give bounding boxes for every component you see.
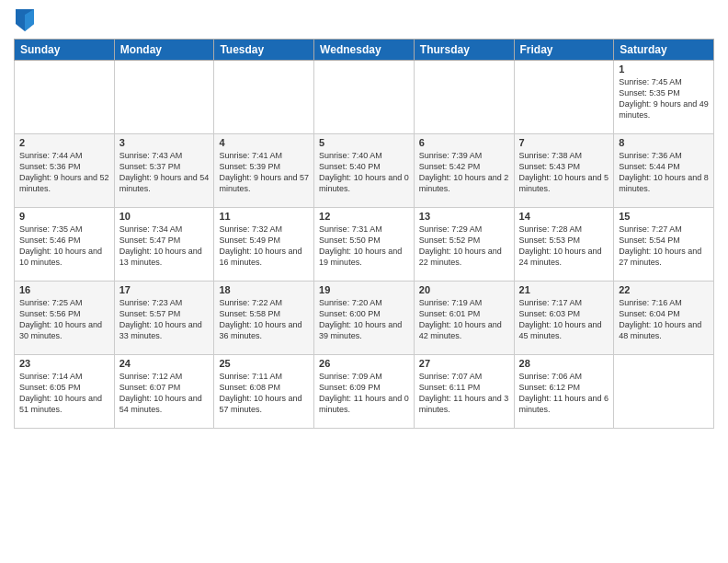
day-cell-14: 14Sunrise: 7:28 AM Sunset: 5:53 PM Dayli…	[514, 208, 614, 282]
day-info: Sunrise: 7:19 AM Sunset: 6:01 PM Dayligh…	[419, 297, 509, 342]
day-info: Sunrise: 7:45 AM Sunset: 5:35 PM Dayligh…	[619, 76, 709, 121]
day-number: 19	[319, 284, 409, 295]
day-info: Sunrise: 7:38 AM Sunset: 5:43 PM Dayligh…	[519, 150, 609, 195]
day-number: 25	[219, 358, 309, 369]
day-info: Sunrise: 7:27 AM Sunset: 5:54 PM Dayligh…	[619, 224, 709, 269]
calendar: SundayMondayTuesdayWednesdayThursdayFrid…	[14, 39, 714, 429]
day-cell-24: 24Sunrise: 7:12 AM Sunset: 6:07 PM Dayli…	[114, 355, 214, 429]
weekday-header-row: SundayMondayTuesdayWednesdayThursdayFrid…	[15, 40, 714, 61]
day-info: Sunrise: 7:35 AM Sunset: 5:46 PM Dayligh…	[19, 224, 109, 269]
day-cell-1: 1Sunrise: 7:45 AM Sunset: 5:35 PM Daylig…	[614, 61, 714, 134]
day-info: Sunrise: 7:40 AM Sunset: 5:40 PM Dayligh…	[319, 150, 409, 195]
day-number: 3	[119, 137, 210, 148]
day-info: Sunrise: 7:16 AM Sunset: 6:04 PM Dayligh…	[619, 297, 709, 342]
week-row-2: 2Sunrise: 7:44 AM Sunset: 5:36 PM Daylig…	[15, 134, 714, 208]
logo-icon	[16, 9, 34, 31]
day-number: 15	[619, 211, 709, 222]
day-number: 5	[319, 137, 409, 148]
week-row-4: 16Sunrise: 7:25 AM Sunset: 5:56 PM Dayli…	[15, 282, 714, 355]
day-number: 28	[519, 358, 609, 369]
day-cell-23: 23Sunrise: 7:14 AM Sunset: 6:05 PM Dayli…	[15, 355, 115, 429]
day-info: Sunrise: 7:17 AM Sunset: 6:03 PM Dayligh…	[519, 297, 609, 342]
day-info: Sunrise: 7:12 AM Sunset: 6:07 PM Dayligh…	[119, 371, 210, 416]
day-number: 20	[419, 284, 509, 295]
day-cell-7: 7Sunrise: 7:38 AM Sunset: 5:43 PM Daylig…	[514, 134, 614, 208]
day-info: Sunrise: 7:09 AM Sunset: 6:09 PM Dayligh…	[319, 371, 409, 416]
day-number: 17	[119, 284, 210, 295]
weekday-header-sunday: Sunday	[15, 40, 115, 61]
day-cell-20: 20Sunrise: 7:19 AM Sunset: 6:01 PM Dayli…	[414, 282, 514, 355]
day-cell-3: 3Sunrise: 7:43 AM Sunset: 5:37 PM Daylig…	[114, 134, 214, 208]
day-info: Sunrise: 7:31 AM Sunset: 5:50 PM Dayligh…	[319, 224, 409, 269]
day-number: 6	[419, 137, 509, 148]
day-info: Sunrise: 7:11 AM Sunset: 6:08 PM Dayligh…	[219, 371, 309, 416]
day-info: Sunrise: 7:06 AM Sunset: 6:12 PM Dayligh…	[519, 371, 609, 416]
weekday-header-saturday: Saturday	[614, 40, 714, 61]
day-number: 12	[319, 211, 409, 222]
day-number: 13	[419, 211, 509, 222]
day-info: Sunrise: 7:20 AM Sunset: 6:00 PM Dayligh…	[319, 297, 409, 342]
empty-cell	[15, 61, 115, 134]
day-info: Sunrise: 7:43 AM Sunset: 5:37 PM Dayligh…	[119, 150, 210, 195]
day-info: Sunrise: 7:39 AM Sunset: 5:42 PM Dayligh…	[419, 150, 509, 195]
weekday-header-monday: Monday	[114, 40, 214, 61]
day-cell-8: 8Sunrise: 7:36 AM Sunset: 5:44 PM Daylig…	[614, 134, 714, 208]
day-cell-9: 9Sunrise: 7:35 AM Sunset: 5:46 PM Daylig…	[15, 208, 115, 282]
day-info: Sunrise: 7:34 AM Sunset: 5:47 PM Dayligh…	[119, 224, 210, 269]
day-number: 2	[19, 137, 109, 148]
day-number: 1	[619, 63, 709, 75]
day-cell-16: 16Sunrise: 7:25 AM Sunset: 5:56 PM Dayli…	[15, 282, 115, 355]
day-cell-2: 2Sunrise: 7:44 AM Sunset: 5:36 PM Daylig…	[15, 134, 115, 208]
day-number: 10	[119, 211, 210, 222]
day-number: 11	[219, 211, 309, 222]
page: SundayMondayTuesdayWednesdayThursdayFrid…	[0, 0, 728, 563]
day-number: 27	[419, 358, 509, 369]
day-cell-6: 6Sunrise: 7:39 AM Sunset: 5:42 PM Daylig…	[414, 134, 514, 208]
logo	[14, 9, 34, 31]
day-info: Sunrise: 7:41 AM Sunset: 5:39 PM Dayligh…	[219, 150, 309, 195]
day-cell-11: 11Sunrise: 7:32 AM Sunset: 5:49 PM Dayli…	[214, 208, 314, 282]
week-row-1: 1Sunrise: 7:45 AM Sunset: 5:35 PM Daylig…	[15, 61, 714, 134]
weekday-header-wednesday: Wednesday	[314, 40, 415, 61]
day-number: 23	[19, 358, 109, 369]
day-cell-10: 10Sunrise: 7:34 AM Sunset: 5:47 PM Dayli…	[114, 208, 214, 282]
day-info: Sunrise: 7:32 AM Sunset: 5:49 PM Dayligh…	[219, 224, 309, 269]
day-cell-15: 15Sunrise: 7:27 AM Sunset: 5:54 PM Dayli…	[614, 208, 714, 282]
day-cell-13: 13Sunrise: 7:29 AM Sunset: 5:52 PM Dayli…	[414, 208, 514, 282]
day-info: Sunrise: 7:25 AM Sunset: 5:56 PM Dayligh…	[19, 297, 109, 342]
day-number: 7	[519, 137, 609, 148]
calendar-body: 1Sunrise: 7:45 AM Sunset: 5:35 PM Daylig…	[15, 61, 714, 429]
day-cell-22: 22Sunrise: 7:16 AM Sunset: 6:04 PM Dayli…	[614, 282, 714, 355]
day-cell-4: 4Sunrise: 7:41 AM Sunset: 5:39 PM Daylig…	[214, 134, 314, 208]
header	[14, 9, 714, 31]
day-number: 4	[219, 137, 309, 148]
day-cell-17: 17Sunrise: 7:23 AM Sunset: 5:57 PM Dayli…	[114, 282, 214, 355]
empty-cell	[114, 61, 214, 134]
day-cell-25: 25Sunrise: 7:11 AM Sunset: 6:08 PM Dayli…	[214, 355, 314, 429]
day-info: Sunrise: 7:29 AM Sunset: 5:52 PM Dayligh…	[419, 224, 509, 269]
day-cell-18: 18Sunrise: 7:22 AM Sunset: 5:58 PM Dayli…	[214, 282, 314, 355]
day-cell-27: 27Sunrise: 7:07 AM Sunset: 6:11 PM Dayli…	[414, 355, 514, 429]
day-number: 8	[619, 137, 709, 148]
day-cell-19: 19Sunrise: 7:20 AM Sunset: 6:00 PM Dayli…	[314, 282, 415, 355]
day-number: 26	[319, 358, 409, 369]
day-info: Sunrise: 7:28 AM Sunset: 5:53 PM Dayligh…	[519, 224, 609, 269]
day-info: Sunrise: 7:14 AM Sunset: 6:05 PM Dayligh…	[19, 371, 109, 416]
day-number: 18	[219, 284, 309, 295]
week-row-5: 23Sunrise: 7:14 AM Sunset: 6:05 PM Dayli…	[15, 355, 714, 429]
day-number: 14	[519, 211, 609, 222]
weekday-header-friday: Friday	[514, 40, 614, 61]
day-cell-28: 28Sunrise: 7:06 AM Sunset: 6:12 PM Dayli…	[514, 355, 614, 429]
day-cell-5: 5Sunrise: 7:40 AM Sunset: 5:40 PM Daylig…	[314, 134, 415, 208]
day-cell-21: 21Sunrise: 7:17 AM Sunset: 6:03 PM Dayli…	[514, 282, 614, 355]
day-cell-12: 12Sunrise: 7:31 AM Sunset: 5:50 PM Dayli…	[314, 208, 415, 282]
empty-cell	[514, 61, 614, 134]
empty-cell	[214, 61, 314, 134]
day-info: Sunrise: 7:07 AM Sunset: 6:11 PM Dayligh…	[419, 371, 509, 416]
empty-cell	[314, 61, 415, 134]
day-number: 9	[19, 211, 109, 222]
day-info: Sunrise: 7:36 AM Sunset: 5:44 PM Dayligh…	[619, 150, 709, 195]
empty-cell	[614, 355, 714, 429]
empty-cell	[414, 61, 514, 134]
day-info: Sunrise: 7:44 AM Sunset: 5:36 PM Dayligh…	[19, 150, 109, 195]
